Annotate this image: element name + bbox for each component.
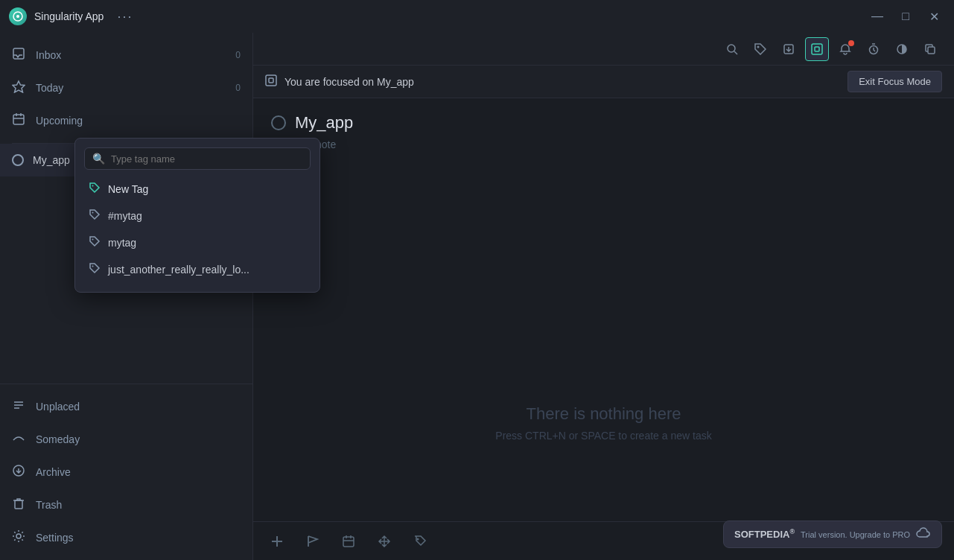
sidebar-item-trash[interactable]: Trash bbox=[0, 489, 252, 521]
softpedia-name: SOFTPEDIA® bbox=[734, 528, 795, 540]
search-toolbar-button[interactable] bbox=[720, 37, 744, 61]
app-icon bbox=[9, 7, 27, 25]
tag-bottom-button[interactable] bbox=[408, 529, 432, 553]
svg-rect-23 bbox=[928, 47, 935, 54]
inbox-count: 0 bbox=[235, 50, 241, 60]
softpedia-cloud-icon bbox=[916, 527, 931, 541]
sidebar-item-today[interactable]: Today 0 bbox=[0, 71, 252, 104]
unplaced-label: Unplaced bbox=[36, 401, 241, 413]
close-button[interactable]: ✕ bbox=[923, 5, 945, 28]
content-area: You are focused on My_app Exit Focus Mod… bbox=[253, 33, 954, 560]
new-tag-label: New Tag bbox=[108, 183, 148, 195]
new-tag-icon bbox=[89, 182, 101, 197]
unplaced-icon bbox=[12, 398, 27, 415]
svg-point-5 bbox=[92, 185, 94, 187]
tag-search-input[interactable] bbox=[111, 153, 302, 165]
tag-icon-1 bbox=[89, 209, 101, 223]
settings-label: Settings bbox=[36, 532, 241, 544]
app-title: Singularity App bbox=[34, 10, 104, 22]
top-toolbar bbox=[253, 33, 954, 66]
softpedia-badge[interactable]: SOFTPEDIA® Trial version. Upgrade to PRO bbox=[723, 521, 942, 548]
upcoming-icon bbox=[12, 112, 27, 129]
tag-search-box: 🔍 bbox=[84, 147, 311, 170]
minimize-button[interactable]: — bbox=[866, 5, 888, 28]
tag-item-mytag[interactable]: mytag bbox=[84, 229, 311, 256]
tag-dropdown: 🔍 New Tag #m bbox=[74, 138, 320, 293]
sidebar-item-upcoming[interactable]: Upcoming bbox=[0, 104, 252, 137]
sidebar-item-settings[interactable]: Settings bbox=[0, 521, 252, 554]
tag-toolbar-button[interactable] bbox=[748, 37, 772, 61]
task-complete-button[interactable] bbox=[271, 115, 286, 130]
today-icon bbox=[12, 80, 27, 96]
archive-label: Archive bbox=[36, 466, 241, 478]
svg-rect-4 bbox=[13, 115, 24, 124]
main-layout: Inbox 0 Today 0 Upc bbox=[0, 33, 954, 560]
task-note: The note bbox=[295, 139, 936, 150]
project-label: My_app bbox=[33, 154, 70, 166]
maximize-button[interactable]: □ bbox=[894, 5, 917, 28]
tag-label-2: mytag bbox=[108, 237, 136, 249]
add-task-button[interactable] bbox=[265, 529, 289, 553]
upcoming-label: Upcoming bbox=[36, 115, 232, 127]
archive-icon bbox=[12, 464, 27, 480]
task-search-icon[interactable] bbox=[295, 162, 936, 182]
someday-icon bbox=[12, 431, 27, 448]
title-bar-left: Singularity App ··· bbox=[9, 6, 866, 28]
sidebar-item-unplaced[interactable]: Unplaced bbox=[0, 390, 252, 423]
sidebar-nav: Inbox 0 Today 0 Upc bbox=[0, 33, 252, 143]
svg-point-14 bbox=[16, 534, 21, 538]
tag-item-long[interactable]: just_another_really_really_lo... bbox=[84, 256, 311, 283]
exit-focus-button[interactable]: Exit Focus Mode bbox=[848, 71, 942, 92]
bell-badge bbox=[848, 40, 854, 46]
svg-point-7 bbox=[92, 239, 94, 241]
project-dot bbox=[12, 154, 24, 166]
svg-point-32 bbox=[417, 538, 419, 540]
inbox-icon bbox=[12, 47, 27, 63]
svg-rect-25 bbox=[269, 78, 273, 83]
svg-point-15 bbox=[728, 45, 735, 52]
task-area: My_app The note bbox=[253, 98, 954, 325]
svg-point-1 bbox=[16, 15, 19, 18]
window-controls: — □ ✕ bbox=[866, 5, 945, 28]
tag-item-hash-mytag[interactable]: #mytag bbox=[84, 203, 311, 229]
focus-bar-icon bbox=[265, 74, 277, 89]
copy-toolbar-button[interactable] bbox=[918, 37, 942, 61]
task-header: My_app bbox=[271, 113, 936, 133]
focus-bar-text: You are focused on My_app bbox=[284, 76, 840, 88]
inbox-label: Inbox bbox=[36, 49, 226, 61]
sidebar-item-inbox[interactable]: Inbox 0 bbox=[0, 39, 252, 71]
sidebar-bottom-nav: Unplaced Someday Archive bbox=[0, 384, 252, 560]
today-count: 0 bbox=[235, 83, 241, 93]
focus-toolbar-button[interactable] bbox=[805, 37, 829, 61]
menu-dots[interactable]: ··· bbox=[111, 6, 139, 28]
svg-rect-20 bbox=[815, 47, 819, 51]
svg-rect-24 bbox=[266, 75, 276, 86]
svg-marker-3 bbox=[13, 81, 25, 92]
tag-item-new[interactable]: New Tag bbox=[84, 176, 311, 203]
tag-label-3: just_another_really_really_lo... bbox=[108, 264, 249, 276]
softpedia-label: Trial version. Upgrade to PRO bbox=[801, 530, 910, 539]
svg-rect-19 bbox=[812, 44, 822, 54]
sidebar-item-archive[interactable]: Archive bbox=[0, 456, 252, 489]
timer-toolbar-button[interactable] bbox=[862, 37, 885, 61]
bell-toolbar-button[interactable] bbox=[833, 37, 857, 61]
tag-icon-3 bbox=[89, 262, 101, 277]
tag-label-1: #mytag bbox=[108, 210, 142, 222]
focus-bar: You are focused on My_app Exit Focus Mod… bbox=[253, 66, 954, 98]
today-label: Today bbox=[36, 82, 226, 94]
svg-rect-13 bbox=[15, 500, 22, 509]
sidebar-item-someday[interactable]: Someday bbox=[0, 423, 252, 456]
flag-button[interactable] bbox=[301, 529, 325, 553]
svg-rect-31 bbox=[343, 537, 354, 547]
calendar-button[interactable] bbox=[337, 529, 360, 553]
settings-icon bbox=[12, 529, 27, 546]
download-toolbar-button[interactable] bbox=[777, 37, 801, 61]
svg-rect-2 bbox=[13, 48, 24, 59]
someday-label: Someday bbox=[36, 433, 241, 445]
svg-point-6 bbox=[92, 212, 94, 214]
svg-point-8 bbox=[92, 266, 94, 267]
empty-title: There is nothing here bbox=[527, 404, 681, 424]
empty-state: There is nothing here Press CTRL+N or SP… bbox=[253, 325, 954, 521]
move-button[interactable] bbox=[372, 529, 396, 553]
contrast-toolbar-button[interactable] bbox=[890, 37, 914, 61]
